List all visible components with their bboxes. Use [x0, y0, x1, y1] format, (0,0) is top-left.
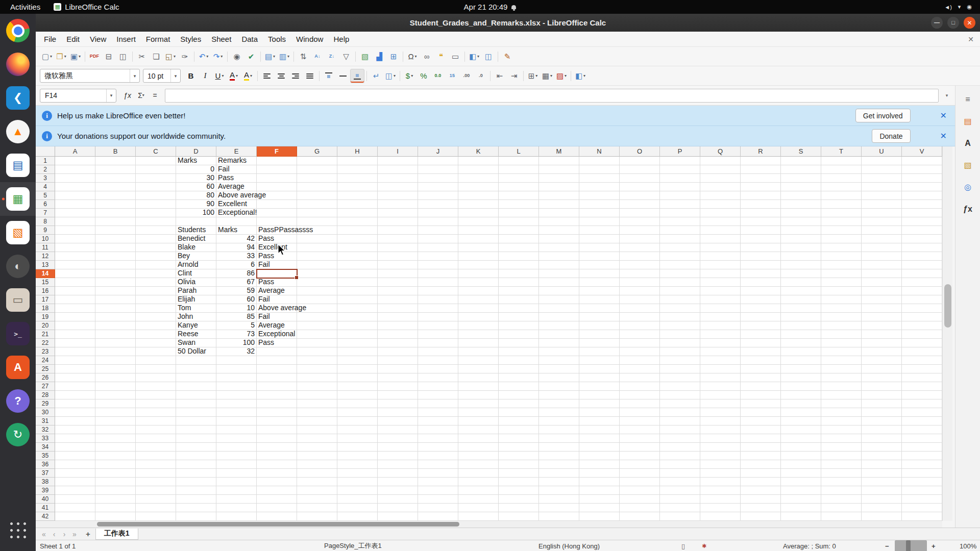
- row-header-12[interactable]: 12: [36, 252, 55, 261]
- cell-F40[interactable]: [257, 495, 297, 504]
- cell-H19[interactable]: [337, 313, 378, 321]
- underline-button[interactable]: U▾: [212, 69, 227, 83]
- cell-T15[interactable]: [821, 278, 862, 287]
- cell-K24[interactable]: [458, 356, 499, 365]
- column-button-dropdown[interactable]: ▾: [287, 55, 289, 59]
- cell-M33[interactable]: [539, 434, 579, 443]
- cell-M23[interactable]: [539, 347, 579, 356]
- cell-T12[interactable]: [821, 252, 862, 261]
- cell-J8[interactable]: [418, 217, 458, 226]
- cell-V21[interactable]: [902, 330, 942, 339]
- cell-I35[interactable]: [378, 452, 418, 460]
- cell-A36[interactable]: [55, 460, 95, 469]
- cell-J20[interactable]: [418, 321, 458, 330]
- cell-D10[interactable]: Benedict: [176, 235, 216, 243]
- cell-R3[interactable]: [741, 174, 781, 183]
- cell-T27[interactable]: [821, 382, 862, 391]
- cell-V39[interactable]: [902, 486, 942, 495]
- decrease-indent-button[interactable]: ⇤: [493, 69, 507, 83]
- cell-Q9[interactable]: [700, 226, 741, 235]
- cell-B28[interactable]: [95, 391, 136, 399]
- cell-R4[interactable]: [741, 183, 781, 191]
- cell-I9[interactable]: [378, 226, 418, 235]
- save-button[interactable]: ▣▾: [68, 49, 83, 64]
- cell-O16[interactable]: [620, 287, 660, 295]
- cell-F26[interactable]: [257, 373, 297, 382]
- cell-N41[interactable]: [579, 504, 620, 512]
- cell-V18[interactable]: [902, 304, 942, 313]
- cell-V3[interactable]: [902, 174, 942, 183]
- row-header-9[interactable]: 9: [36, 226, 55, 235]
- dock-item-help[interactable]: ?: [0, 384, 36, 418]
- cell-G10[interactable]: [297, 235, 337, 243]
- row-header-26[interactable]: 26: [36, 373, 55, 382]
- cell-I30[interactable]: [378, 408, 418, 417]
- cell-V26[interactable]: [902, 373, 942, 382]
- row-header-16[interactable]: 16: [36, 287, 55, 295]
- cell-G41[interactable]: [297, 504, 337, 512]
- cell-T6[interactable]: [821, 200, 862, 209]
- cell-A8[interactable]: [55, 217, 95, 226]
- cell-H40[interactable]: [337, 495, 378, 504]
- cell-K28[interactable]: [458, 391, 499, 399]
- cell-Q23[interactable]: [700, 347, 741, 356]
- spelling-button[interactable]: ✔: [244, 49, 258, 64]
- cell-I28[interactable]: [378, 391, 418, 399]
- cell-B17[interactable]: [95, 295, 136, 304]
- cell-R28[interactable]: [741, 391, 781, 399]
- cell-P36[interactable]: [660, 460, 700, 469]
- cell-V23[interactable]: [902, 347, 942, 356]
- row-header-14[interactable]: 14: [36, 269, 55, 278]
- paste-button[interactable]: ◱▾: [163, 49, 178, 64]
- cell-B31[interactable]: [95, 417, 136, 425]
- cell-A27[interactable]: [55, 382, 95, 391]
- cell-H30[interactable]: [337, 408, 378, 417]
- cell-V13[interactable]: [902, 261, 942, 269]
- cell-I3[interactable]: [378, 174, 418, 183]
- cell-M14[interactable]: [539, 269, 579, 278]
- cell-L41[interactable]: [499, 504, 539, 512]
- cell-S37[interactable]: [781, 469, 821, 478]
- cell-V14[interactable]: [902, 269, 942, 278]
- cell-L13[interactable]: [499, 261, 539, 269]
- cell-R7[interactable]: [741, 209, 781, 217]
- cell-S24[interactable]: [781, 356, 821, 365]
- cell-H38[interactable]: [337, 478, 378, 486]
- cell-G6[interactable]: [297, 200, 337, 209]
- cell-Q11[interactable]: [700, 243, 741, 252]
- cell-E42[interactable]: [216, 512, 257, 521]
- cell-B14[interactable]: [95, 269, 136, 278]
- cell-P18[interactable]: [660, 304, 700, 313]
- cell-G23[interactable]: [297, 347, 337, 356]
- cell-P38[interactable]: [660, 478, 700, 486]
- column-header-R[interactable]: R: [741, 146, 781, 157]
- cell-Q18[interactable]: [700, 304, 741, 313]
- cell-P22[interactable]: [660, 339, 700, 347]
- cell-L29[interactable]: [499, 399, 539, 408]
- cell-K4[interactable]: [458, 183, 499, 191]
- cell-H15[interactable]: [337, 278, 378, 287]
- cell-H6[interactable]: [337, 200, 378, 209]
- cell-G25[interactable]: [297, 365, 337, 373]
- cell-S42[interactable]: [781, 512, 821, 521]
- cell-C8[interactable]: [136, 217, 176, 226]
- cell-O12[interactable]: [620, 252, 660, 261]
- dock-item-gimp[interactable]: ◐: [0, 249, 36, 283]
- cell-U7[interactable]: [862, 209, 902, 217]
- sidebar-styles-button[interactable]: A: [959, 135, 976, 152]
- row-header-5[interactable]: 5: [36, 191, 55, 200]
- cell-P3[interactable]: [660, 174, 700, 183]
- cell-E13[interactable]: 6: [216, 261, 257, 269]
- cell-Q15[interactable]: [700, 278, 741, 287]
- cell-E37[interactable]: [216, 469, 257, 478]
- cell-N11[interactable]: [579, 243, 620, 252]
- column-header-G[interactable]: G: [297, 146, 337, 157]
- cell-P29[interactable]: [660, 399, 700, 408]
- cell-C37[interactable]: [136, 469, 176, 478]
- row-header-23[interactable]: 23: [36, 347, 55, 356]
- format-currency-button-dropdown[interactable]: ▾: [411, 74, 413, 78]
- cell-F8[interactable]: [257, 217, 297, 226]
- cell-E28[interactable]: [216, 391, 257, 399]
- cell-K30[interactable]: [458, 408, 499, 417]
- cell-S39[interactable]: [781, 486, 821, 495]
